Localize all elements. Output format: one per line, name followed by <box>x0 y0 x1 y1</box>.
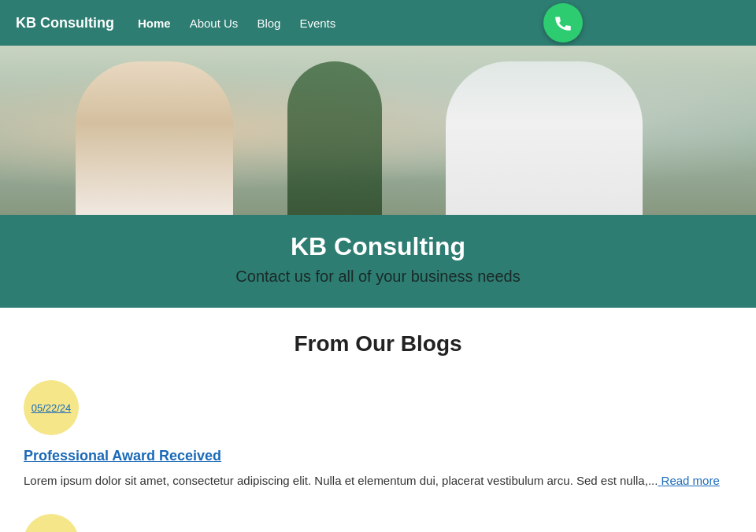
hero-subtitle: Contact us for all of your business need… <box>16 268 740 286</box>
hero-person-left <box>76 61 233 215</box>
phone-icon <box>553 13 573 33</box>
nav-brand: KB Consulting <box>16 15 114 31</box>
blog-section-title: From Our Blogs <box>24 331 732 357</box>
blog-item-1: 05/22/24 Professional Award Received Lor… <box>24 380 732 490</box>
blog-post-excerpt-1: Lorem ipsum dolor sit amet, consectetur … <box>24 472 732 490</box>
hero-title: KB Consulting <box>16 232 740 261</box>
nav-links: Home About Us Blog Events <box>138 17 335 30</box>
nav-link-about[interactable]: About Us <box>190 17 239 30</box>
hero-plant <box>287 61 382 215</box>
nav-link-events[interactable]: Events <box>299 17 335 30</box>
blog-section: From Our Blogs 05/22/24 Professional Awa… <box>0 308 756 532</box>
blog-read-more-1[interactable]: Read more <box>658 474 719 487</box>
blog-item-2 <box>24 514 732 533</box>
navbar: KB Consulting Home About Us Blog Events <box>0 0 756 46</box>
hero-section: KB Consulting Contact us for all of your… <box>0 46 756 308</box>
blog-date-bubble-1: 05/22/24 <box>24 380 79 435</box>
hero-person-right <box>446 61 643 215</box>
nav-link-home[interactable]: Home <box>138 17 171 30</box>
phone-button[interactable] <box>543 3 583 42</box>
blog-date-bubble-2 <box>24 514 79 533</box>
blog-date-link-1[interactable]: 05/22/24 <box>32 402 72 414</box>
hero-text-block: KB Consulting Contact us for all of your… <box>0 215 756 308</box>
hero-image-inner <box>0 46 756 215</box>
blog-post-title-1[interactable]: Professional Award Received <box>24 448 221 464</box>
nav-link-blog[interactable]: Blog <box>257 17 280 30</box>
hero-image <box>0 46 756 215</box>
